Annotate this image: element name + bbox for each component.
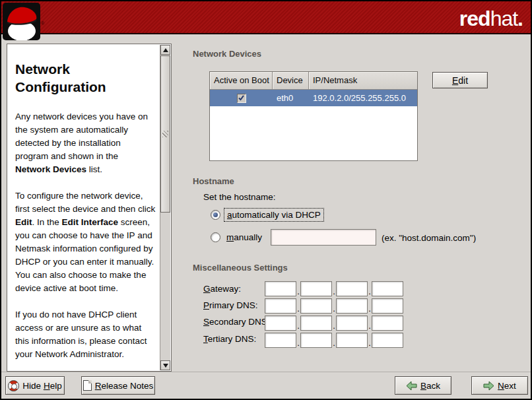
secondary-dns-octet-1[interactable]	[265, 316, 296, 331]
document-icon	[83, 380, 92, 391]
ip-netmask-cell: 192.0.2.0/255.255.255.0	[309, 90, 417, 106]
scrollbar-thumb[interactable]	[160, 55, 170, 213]
active-on-boot-checkbox[interactable]	[237, 94, 246, 103]
gateway-octet-1[interactable]	[265, 281, 296, 296]
hostname-manual-option[interactable]: manually	[211, 231, 265, 244]
wordmark-dot: .	[517, 7, 523, 30]
radio-automatic-dhcp[interactable]	[211, 210, 220, 220]
primary-dns-octet-2[interactable]	[300, 298, 332, 314]
wordmark-red: red	[459, 7, 490, 30]
tertiary-dns-octet-1[interactable]	[265, 333, 296, 348]
gateway-octet-2[interactable]	[300, 281, 332, 296]
help-title: Network Configuration	[15, 60, 156, 96]
tertiary-dns-label: Tertiary DNS:	[203, 334, 256, 344]
release-notes-button[interactable]: Release Notes	[81, 376, 155, 395]
help-paragraph: If you do not have DHCP client access or…	[15, 308, 156, 361]
primary-dns-octet-4[interactable]	[372, 298, 403, 314]
secondary-dns-octet-3[interactable]	[336, 316, 368, 331]
table-header: Active on Boot Device IP/Netmask	[210, 72, 417, 90]
arrow-up-icon	[163, 48, 168, 52]
secondary-dns-octet-4[interactable]	[372, 316, 403, 331]
gateway-octet-4[interactable]	[372, 281, 403, 296]
tertiary-dns-octets: ...	[265, 333, 403, 348]
network-devices-section-label: Network Devices	[193, 49, 261, 59]
column-header-ip-netmask: IP/Netmask	[309, 72, 417, 90]
column-header-device: Device	[273, 72, 309, 90]
wordmark-hat: hat	[490, 7, 517, 30]
checkmark-icon	[238, 94, 245, 102]
radio-automatic-dhcp-label[interactable]: automatically via DHCP	[224, 208, 324, 222]
arrow-left-icon	[406, 381, 417, 391]
hide-help-button[interactable]: Hide Help	[5, 376, 65, 395]
active-on-boot-cell	[210, 94, 273, 103]
set-hostname-prompt: Set the hostname:	[203, 192, 276, 202]
arrow-right-icon	[483, 381, 494, 391]
redhat-wordmark: redhat.	[459, 5, 523, 32]
tertiary-dns-octet-3[interactable]	[336, 333, 368, 348]
misc-settings-section-label: Miscellaneous Settings	[193, 263, 288, 273]
footer-divider	[1, 372, 531, 373]
network-devices-table: Active on Boot Device IP/Netmask eth0 19…	[209, 71, 418, 161]
radio-manual-label[interactable]: manually	[224, 231, 265, 244]
header-bar: redhat.	[1, 1, 531, 34]
secondary-dns-octet-2[interactable]	[300, 316, 332, 331]
hostname-input[interactable]	[271, 229, 376, 246]
help-text: Network Configuration Any network device…	[7, 44, 160, 371]
arrow-down-icon	[163, 364, 168, 368]
device-cell: eth0	[273, 90, 309, 106]
device-row-eth0[interactable]: eth0 192.0.2.0/255.255.255.0	[210, 90, 417, 106]
gateway-octets: ...	[265, 281, 403, 296]
secondary-dns-label: Secondary DNS:	[203, 317, 270, 327]
next-button[interactable]: Next	[471, 376, 528, 395]
radio-manual[interactable]	[211, 232, 220, 242]
registered-trademark: ®	[41, 21, 44, 26]
scroll-up-button[interactable]	[160, 45, 170, 55]
help-paragraph: To configure the network device, first s…	[15, 189, 156, 295]
tertiary-dns-octet-4[interactable]	[372, 333, 403, 348]
primary-dns-octet-1[interactable]	[265, 298, 296, 314]
tertiary-dns-octet-2[interactable]	[300, 333, 332, 348]
life-preserver-icon	[8, 380, 19, 391]
scroll-down-button[interactable]	[160, 360, 170, 370]
primary-dns-label: Primary DNS:	[203, 300, 258, 310]
hostname-hint: (ex. "host.domain.com")	[382, 233, 476, 243]
help-paragraph: Any network devices you have on the syst…	[15, 110, 156, 176]
redhat-shadowman-logo-icon	[3, 3, 40, 40]
primary-dns-octet-3[interactable]	[336, 298, 368, 314]
help-scrollbar[interactable]	[160, 45, 170, 370]
scrollbar-grip-icon	[162, 131, 168, 137]
column-header-active-on-boot: Active on Boot	[210, 72, 273, 90]
primary-dns-octets: ...	[265, 298, 403, 314]
hostname-auto-option[interactable]: automatically via DHCP	[211, 208, 324, 222]
secondary-dns-octets: ...	[265, 316, 403, 331]
hostname-section-label: Hostname	[193, 176, 234, 186]
gateway-label: Gateway:	[203, 284, 241, 294]
gateway-octet-3[interactable]	[336, 281, 368, 296]
installer-window: redhat. ® Network Configuration Any netw…	[0, 0, 532, 400]
scrollbar-track[interactable]	[160, 55, 170, 360]
back-button[interactable]: Back	[395, 376, 451, 395]
help-panel: Network Configuration Any network device…	[7, 44, 172, 372]
edit-button[interactable]: Edit	[432, 72, 488, 88]
